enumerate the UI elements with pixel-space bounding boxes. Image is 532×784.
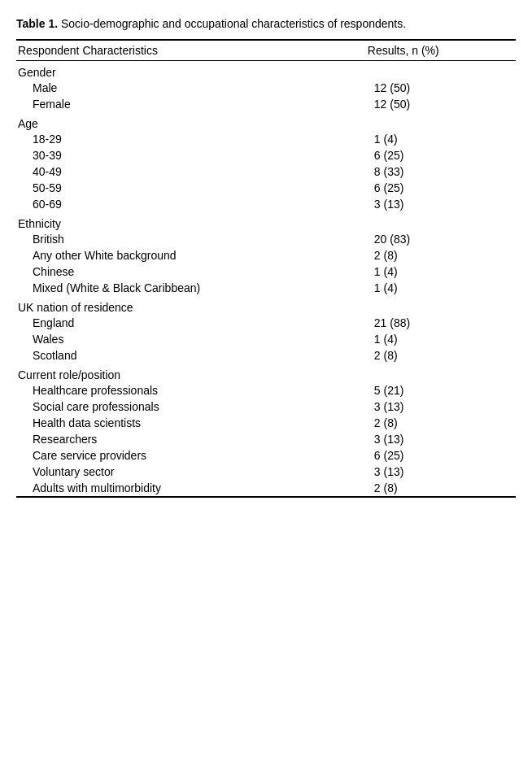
row-label: Adults with multimorbidity <box>16 480 366 497</box>
table-row: Any other White background2 (8) <box>16 247 516 264</box>
category-label: Current role/position <box>16 364 516 382</box>
row-label: Voluntary sector <box>16 464 366 480</box>
row-result: 3 (13) <box>366 399 516 415</box>
row-label: Scotland <box>16 347 366 364</box>
row-result: 1 (4) <box>366 264 516 280</box>
table-row: Adults with multimorbidity2 (8) <box>16 480 516 497</box>
row-result: 2 (8) <box>366 247 516 264</box>
table-row: British20 (83) <box>16 231 516 247</box>
row-label: Any other White background <box>16 247 366 264</box>
table-row: 18-291 (4) <box>16 131 516 147</box>
table-row: Care service providers6 (25) <box>16 447 516 464</box>
row-result: 1 (4) <box>366 280 516 296</box>
table-row: Scotland2 (8) <box>16 347 516 364</box>
row-label: 60-69 <box>16 196 366 212</box>
row-label: Social care professionals <box>16 399 366 415</box>
category-row: Gender <box>16 60 516 80</box>
category-label: Age <box>16 112 516 131</box>
category-label: Gender <box>16 60 516 80</box>
table-row: England21 (88) <box>16 315 516 331</box>
row-label: Care service providers <box>16 447 366 464</box>
table-title-bold: Table 1. <box>16 17 58 30</box>
table-row: 30-396 (25) <box>16 147 516 163</box>
row-label: Chinese <box>16 264 366 280</box>
row-result: 3 (13) <box>366 196 516 212</box>
row-label: Male <box>16 80 366 96</box>
table-row: Male12 (50) <box>16 80 516 96</box>
category-row: UK nation of residence <box>16 296 516 315</box>
table-header-row: Respondent Characteristics Results, n (%… <box>16 40 516 61</box>
category-row: Age <box>16 112 516 131</box>
row-label: England <box>16 315 366 331</box>
data-table: Respondent Characteristics Results, n (%… <box>16 39 516 498</box>
row-result: 6 (25) <box>366 180 516 196</box>
row-label: Healthcare professionals <box>16 382 366 399</box>
table-row: Researchers3 (13) <box>16 431 516 447</box>
table-row: Female12 (50) <box>16 96 516 112</box>
table-row: Chinese1 (4) <box>16 264 516 280</box>
category-label: Ethnicity <box>16 212 516 231</box>
row-result: 2 (8) <box>366 347 516 364</box>
row-result: 12 (50) <box>366 80 516 96</box>
row-result: 5 (21) <box>366 382 516 399</box>
row-label: Mixed (White & Black Caribbean) <box>16 280 366 296</box>
row-result: 3 (13) <box>366 464 516 480</box>
table-title: Table 1. Socio-demographic and occupatio… <box>16 16 516 33</box>
col2-header: Results, n (%) <box>366 40 516 61</box>
row-result: 8 (33) <box>366 163 516 180</box>
row-label: Female <box>16 96 366 112</box>
row-result: 3 (13) <box>366 431 516 447</box>
row-result: 2 (8) <box>366 480 516 497</box>
row-result: 2 (8) <box>366 415 516 431</box>
row-label: 18-29 <box>16 131 366 147</box>
row-label: 50-59 <box>16 180 366 196</box>
row-result: 12 (50) <box>366 96 516 112</box>
row-result: 1 (4) <box>366 131 516 147</box>
row-label: 30-39 <box>16 147 366 163</box>
table-row: Voluntary sector3 (13) <box>16 464 516 480</box>
category-label: UK nation of residence <box>16 296 516 315</box>
table-row: Health data scientists2 (8) <box>16 415 516 431</box>
table-title-rest: Socio-demographic and occupational chara… <box>58 17 406 30</box>
table-row: Social care professionals3 (13) <box>16 399 516 415</box>
table-row: Healthcare professionals5 (21) <box>16 382 516 399</box>
row-result: 6 (25) <box>366 447 516 464</box>
row-result: 6 (25) <box>366 147 516 163</box>
row-result: 20 (83) <box>366 231 516 247</box>
table-row: Wales1 (4) <box>16 331 516 347</box>
col1-header: Respondent Characteristics <box>16 40 366 61</box>
category-row: Current role/position <box>16 364 516 382</box>
row-label: Wales <box>16 331 366 347</box>
table-container: Table 1. Socio-demographic and occupatio… <box>16 16 516 498</box>
table-row: 60-693 (13) <box>16 196 516 212</box>
row-label: Researchers <box>16 431 366 447</box>
row-result: 1 (4) <box>366 331 516 347</box>
category-row: Ethnicity <box>16 212 516 231</box>
row-label: 40-49 <box>16 163 366 180</box>
row-label: British <box>16 231 366 247</box>
table-row: Mixed (White & Black Caribbean)1 (4) <box>16 280 516 296</box>
row-label: Health data scientists <box>16 415 366 431</box>
table-row: 50-596 (25) <box>16 180 516 196</box>
table-row: 40-498 (33) <box>16 163 516 180</box>
row-result: 21 (88) <box>366 315 516 331</box>
